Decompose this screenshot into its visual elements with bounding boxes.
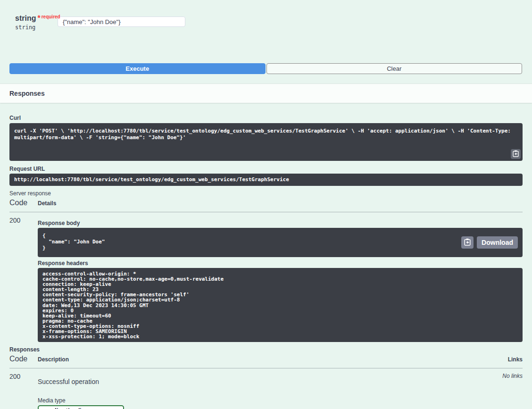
execute-button[interactable]: Execute (9, 63, 266, 74)
curl-label: Curl (9, 115, 523, 121)
media-type-label: Media type (38, 397, 502, 404)
copy-curl-button[interactable] (511, 149, 521, 159)
parameter-row: string*required string (15, 14, 523, 31)
required-label: required (42, 14, 60, 19)
download-button[interactable]: Download (477, 236, 518, 249)
response-links: No links (502, 368, 523, 409)
links-column-header: Links (490, 356, 523, 363)
request-url-value: http://localhost:7780/tbl/service/test_o… (14, 177, 518, 183)
parameters-section: string*required string (0, 0, 532, 31)
responses-section-header: Responses (0, 84, 532, 103)
code-column-header: Code (9, 199, 38, 207)
media-type-control: application/json (38, 405, 124, 409)
response-headers-block: access-control-allow-origin: * cache-con… (38, 268, 523, 342)
parameter-type: string (15, 24, 58, 31)
parameter-name-text: string (15, 14, 36, 22)
responses-section-title: Responses (9, 90, 45, 97)
parameter-name-column: string*required string (15, 14, 58, 31)
response-body-actions: Download (461, 236, 518, 249)
responses-content: Curl curl -X 'POST' \ 'http://localhost:… (0, 115, 532, 409)
server-response-row: 200 Response body { "name": "John Doe" } (9, 212, 523, 342)
parameter-name: string*required (15, 14, 58, 23)
string-parameter-input[interactable] (58, 17, 185, 27)
server-response-table-header: Code Details (9, 199, 523, 207)
response-description: Successful operation (38, 368, 502, 385)
required-asterisk: * (37, 14, 40, 22)
documented-response-row: 200 Successful operation Media type appl… (9, 368, 523, 409)
request-url-label: Request URL (9, 166, 523, 172)
details-column-header: Details (38, 200, 56, 207)
response-status-code: 200 (9, 212, 38, 342)
media-type-select[interactable]: application/json (38, 405, 124, 409)
execute-button-row: Execute Clear (9, 63, 522, 74)
copy-response-button[interactable] (461, 236, 474, 249)
documented-description-cell: Successful operation Media type applicat… (38, 368, 502, 409)
clear-button[interactable]: Clear (266, 63, 523, 74)
description-column-header: Description (38, 356, 490, 363)
response-details-cell: Response body { "name": "John Doe" } (38, 212, 523, 342)
documented-status-code: 200 (9, 368, 38, 409)
swagger-operation-panel: string*required string Execute Clear Res… (0, 0, 532, 409)
curl-command-block: curl -X 'POST' \ 'http://localhost:7780/… (9, 123, 523, 161)
response-headers-text: access-control-allow-origin: * cache-con… (42, 271, 518, 339)
curl-command-text: curl -X 'POST' \ 'http://localhost:7780/… (14, 128, 518, 141)
response-body-label: Response body (38, 212, 523, 226)
code-column-header: Code (9, 355, 38, 363)
request-url-block: http://localhost:7780/tbl/service/test_o… (9, 174, 523, 186)
response-body-block: { "name": "John Doe" } Downl (38, 228, 523, 257)
responses-table-header: Code Description Links (9, 355, 523, 363)
server-response-label: Server response (9, 190, 523, 197)
response-body-text: { "name": "John Doe" } (42, 233, 518, 251)
clipboard-copy-icon (513, 150, 519, 159)
responses-table-label: Responses (9, 346, 523, 353)
clipboard-copy-icon (464, 238, 471, 247)
response-headers-label: Response headers (38, 260, 523, 267)
